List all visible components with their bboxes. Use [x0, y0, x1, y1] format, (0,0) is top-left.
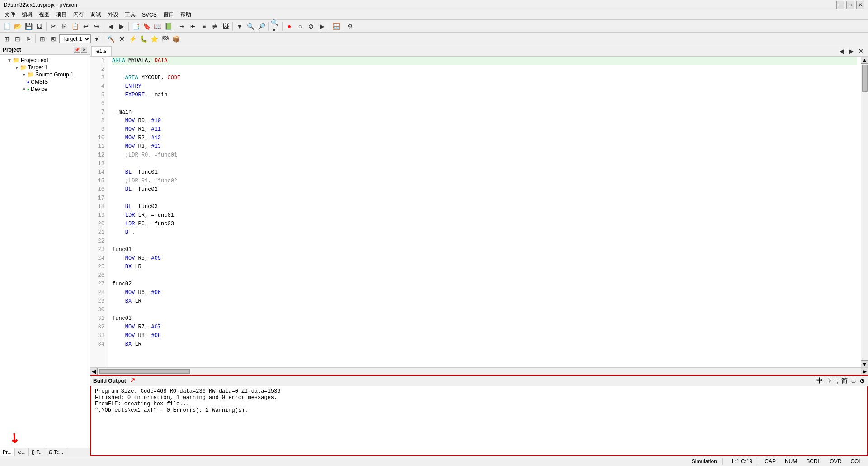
expand-source: ▼	[22, 72, 26, 77]
find2[interactable]: 🔎	[256, 21, 266, 31]
icon-smiley[interactable]: ☺	[850, 377, 857, 385]
code-content[interactable]: AREA MYDATA, DATA AREA MYCODE, CODE ENTR…	[108, 57, 861, 367]
horizontal-scrollbar[interactable]: ◀ ▶	[90, 367, 868, 375]
icon-deg[interactable]: °,	[834, 377, 839, 385]
dbg-btn9[interactable]: 📦	[171, 34, 181, 44]
settings-button[interactable]: ⚙	[345, 21, 355, 31]
outdent-button[interactable]: ⇤	[188, 21, 198, 31]
copy-button[interactable]: ⎘	[59, 21, 69, 31]
build-output-panel: Build Output ↙ 中 ☽ °, 简 ☺ ⚙ Program Size…	[90, 375, 868, 456]
open-button[interactable]: 📂	[13, 21, 23, 31]
book2-button[interactable]: 📗	[163, 21, 173, 31]
menu-project[interactable]: 项目	[53, 10, 70, 19]
sidebar-tab-project[interactable]: Pr...	[0, 448, 15, 456]
menu-view[interactable]: 视图	[36, 10, 52, 19]
code-line-24: MOV R5, #05	[112, 254, 857, 263]
indent-button[interactable]: ⇥	[177, 21, 187, 31]
hscroll-thumb[interactable]	[99, 369, 190, 374]
flash-btn[interactable]: ⚡	[127, 34, 137, 44]
menu-tools[interactable]: 工具	[122, 10, 138, 19]
code-line-8: MOV R0, #10	[112, 117, 857, 125]
icon-gear[interactable]: ⚙	[859, 377, 865, 385]
dbg-btn7[interactable]: ⭐	[149, 34, 159, 44]
dbg-btn8[interactable]: 🏁	[160, 34, 170, 44]
build-btn[interactable]: 🔨	[106, 34, 116, 44]
editor-scroll-left[interactable]: ◀	[836, 46, 846, 56]
device-label: Device	[31, 86, 47, 92]
rebuild-btn[interactable]: ⚒	[117, 34, 127, 44]
close-doc-button[interactable]: 🔖	[142, 21, 151, 31]
hscroll-right-btn[interactable]: ▶	[861, 368, 868, 375]
menu-window[interactable]: 窗口	[160, 10, 177, 19]
sidebar-tab-circle[interactable]: ⊙...	[15, 448, 29, 456]
undo-button[interactable]: ↩	[81, 21, 91, 31]
target-selector[interactable]: Target 1	[59, 34, 91, 43]
paste-button[interactable]: 📋	[70, 21, 80, 31]
menu-peripheral[interactable]: 外设	[105, 10, 121, 19]
dbg-btn2[interactable]: ⊟	[13, 34, 23, 44]
nav-fwd-button[interactable]: ▶	[117, 21, 127, 31]
vertical-scrollbar[interactable]: ▲ ▼	[861, 57, 868, 367]
icon-jian[interactable]: 简	[841, 377, 848, 385]
save-button[interactable]: 💾	[24, 21, 33, 31]
cut-button[interactable]: ✂	[48, 21, 58, 31]
minimize-button[interactable]: —	[836, 1, 844, 9]
status-caps: CAP	[762, 458, 778, 465]
menu-svcs[interactable]: SVCS	[139, 11, 160, 19]
run-button[interactable]: ▶	[317, 21, 327, 31]
scroll-down-btn[interactable]: ▼	[861, 360, 868, 367]
dropdown1[interactable]: ▼	[235, 21, 245, 31]
tab-e1s[interactable]: e1.s	[91, 46, 112, 56]
circle-button[interactable]: ○	[295, 21, 305, 31]
editor-close[interactable]: ✕	[856, 46, 866, 56]
editor-scroll-right[interactable]: ▶	[846, 46, 856, 56]
scroll-up-btn[interactable]: ▲	[861, 57, 868, 64]
tree-source-group[interactable]: ▼ 📁 Source Group 1	[0, 71, 90, 78]
nav-back-button[interactable]: ◀	[106, 21, 116, 31]
tree-device[interactable]: ▼ ♦ Device	[0, 86, 90, 93]
save-all-button[interactable]: 🖫	[34, 21, 44, 31]
sep9	[343, 22, 343, 31]
sidebar-tab-functions[interactable]: {} F...	[29, 448, 46, 456]
code-editor[interactable]: 12345 678910 1112131415 1617181920 21222…	[90, 57, 861, 367]
sidebar-tab-templates[interactable]: Ω Te...	[46, 448, 66, 456]
hscroll-left-btn[interactable]: ◀	[90, 368, 98, 375]
record-button[interactable]: ●	[284, 21, 294, 31]
menu-file[interactable]: 文件	[2, 10, 18, 19]
menu-edit[interactable]: 编辑	[19, 10, 35, 19]
scroll-thumb[interactable]	[862, 65, 868, 92]
menu-debug[interactable]: 调试	[88, 10, 104, 19]
dbg-btn5[interactable]: ⊠	[48, 34, 58, 44]
dbg-btn6[interactable]: 🐛	[138, 34, 148, 44]
code-line-34: BX LR	[112, 340, 857, 349]
find1[interactable]: 🔍	[245, 21, 255, 31]
maximize-button[interactable]: □	[846, 1, 854, 9]
tree-project[interactable]: ▼ 📁 Project: ex1	[0, 57, 90, 64]
redo-button[interactable]: ↪	[92, 21, 102, 31]
comment-button[interactable]: ≡	[199, 21, 209, 31]
dbg-btn4[interactable]: ⊞	[38, 34, 47, 44]
code-line-29: BX LR	[112, 297, 857, 306]
stop-button[interactable]: ⊘	[306, 21, 316, 31]
menu-help[interactable]: 帮助	[178, 10, 194, 19]
image-button[interactable]: 🖼	[221, 21, 231, 31]
search-dropdown[interactable]: 🔍▼	[270, 21, 280, 31]
target-cfg[interactable]: ▼	[92, 34, 102, 44]
icon-moon[interactable]: ☽	[826, 377, 831, 385]
build-line-1: Program Size: Code=468 RO-data=236 RW-da…	[95, 388, 863, 395]
tree-cmsis[interactable]: ♦ CMSIS	[0, 78, 90, 86]
new-file-button[interactable]: 📄	[2, 21, 12, 31]
close-button[interactable]: ✕	[856, 1, 864, 9]
window-btn[interactable]: 🪟	[331, 21, 341, 31]
uncomment-button[interactable]: ≢	[210, 21, 220, 31]
sidebar-close[interactable]: ✕	[81, 47, 87, 53]
open-doc-button[interactable]: 📑	[131, 21, 141, 31]
dbg-btn3[interactable]: 🖱	[24, 34, 33, 44]
menu-flash[interactable]: 闪存	[71, 10, 87, 19]
book1-button[interactable]: 📖	[152, 21, 162, 31]
icon-zh[interactable]: 中	[816, 377, 823, 385]
dbg-btn1[interactable]: ⊞	[2, 34, 12, 44]
sidebar-pin[interactable]: 📌	[74, 47, 80, 53]
build-line-5	[95, 414, 863, 420]
tree-target[interactable]: ▼ 📁 Target 1	[0, 64, 90, 71]
